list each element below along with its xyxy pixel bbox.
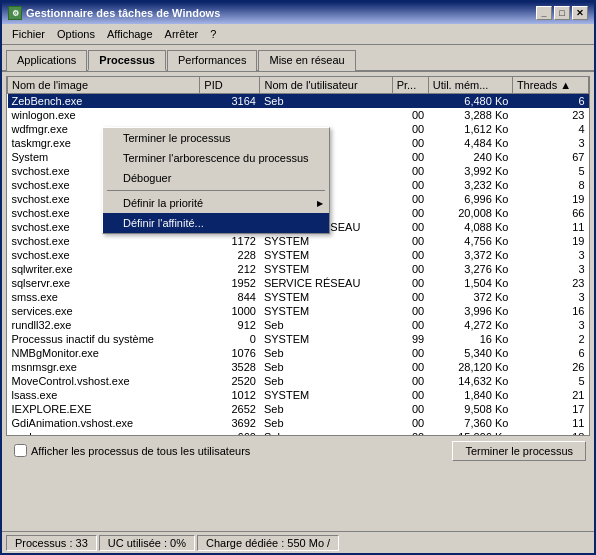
- title-bar: ⚙ Gestionnaire des tâches de Windows _ □…: [2, 2, 594, 24]
- table-row[interactable]: msnmsgr.exe3528Seb0028,120 Ko26: [8, 360, 589, 374]
- window-title: Gestionnaire des tâches de Windows: [26, 7, 220, 19]
- table-row[interactable]: sqlservr.exe1952SERVICE RÉSEAU001,504 Ko…: [8, 276, 589, 290]
- menu-fichier[interactable]: Fichier: [6, 26, 51, 42]
- show-all-users-checkbox[interactable]: [14, 444, 27, 457]
- maximize-button[interactable]: □: [554, 6, 570, 20]
- bottom-area: Afficher les processus de tous les utili…: [6, 436, 590, 465]
- table-row[interactable]: svchost.exe228SYSTEM003,372 Ko3: [8, 248, 589, 262]
- table-row[interactable]: ZebBench.exe3164Seb6,480 Ko6: [8, 94, 589, 109]
- status-memory: Charge dédiée : 550 Mo /: [197, 535, 339, 551]
- status-bar: Processus : 33 UC utilisée : 0% Charge d…: [2, 531, 594, 553]
- table-row[interactable]: MoveControl.vshost.exe2520Seb0014,632 Ko…: [8, 374, 589, 388]
- col-header-mem[interactable]: Util. mém...: [428, 77, 512, 94]
- menu-bar: Fichier Options Affichage Arrêter ?: [2, 24, 594, 45]
- table-row[interactable]: IEXPLORE.EXE2652Seb009,508 Ko17: [8, 402, 589, 416]
- table-row[interactable]: winlogon.exe003,288 Ko23: [8, 108, 589, 122]
- table-row[interactable]: GdiAnimation.vshost.exe3692Seb007,360 Ko…: [8, 416, 589, 430]
- menu-options[interactable]: Options: [51, 26, 101, 42]
- ctx-debug[interactable]: Déboguer: [103, 168, 329, 188]
- checkbox-area: Afficher les processus de tous les utili…: [10, 440, 254, 461]
- tab-processus[interactable]: Processus: [88, 50, 166, 71]
- minimize-button[interactable]: _: [536, 6, 552, 20]
- window: ⚙ Gestionnaire des tâches de Windows _ □…: [0, 0, 596, 555]
- ctx-set-priority[interactable]: Définir la priorité: [103, 193, 329, 213]
- ctx-set-affinity[interactable]: Définir l'affinité...: [103, 213, 329, 233]
- ctx-separator: [107, 190, 325, 191]
- table-row[interactable]: NMBgMonitor.exe1076Seb005,340 Ko6: [8, 346, 589, 360]
- col-header-user[interactable]: Nom de l'utilisateur: [260, 77, 392, 94]
- title-bar-controls: _ □ ✕: [536, 6, 588, 20]
- table-row[interactable]: smss.exe844SYSTEM00372 Ko3: [8, 290, 589, 304]
- table-row[interactable]: sqlwriter.exe212SYSTEM003,276 Ko3: [8, 262, 589, 276]
- tab-applications[interactable]: Applications: [6, 50, 87, 71]
- app-icon: ⚙: [8, 6, 22, 20]
- menu-affichage[interactable]: Affichage: [101, 26, 159, 42]
- terminate-process-button[interactable]: Terminer le processus: [452, 441, 586, 461]
- table-row[interactable]: rundll32.exe912Seb004,272 Ko3: [8, 318, 589, 332]
- menu-arreter[interactable]: Arrêter: [159, 26, 205, 42]
- context-menu: Terminer le processus Terminer l'arbores…: [102, 127, 330, 234]
- tabs-container: Applications Processus Performances Mise…: [2, 45, 594, 72]
- table-row[interactable]: svchost.exe1172SYSTEM004,756 Ko19: [8, 234, 589, 248]
- status-processes: Processus : 33: [6, 535, 97, 551]
- close-button[interactable]: ✕: [572, 6, 588, 20]
- menu-help[interactable]: ?: [204, 26, 222, 42]
- tab-performances[interactable]: Performances: [167, 50, 257, 71]
- ctx-terminate-process[interactable]: Terminer le processus: [103, 128, 329, 148]
- col-header-cpu[interactable]: Pr...: [392, 77, 428, 94]
- col-header-pid[interactable]: PID: [200, 77, 260, 94]
- table-row[interactable]: Processus inactif du système0SYSTEM9916 …: [8, 332, 589, 346]
- status-cpu: UC utilisée : 0%: [99, 535, 195, 551]
- tab-mise-en-reseau[interactable]: Mise en réseau: [258, 50, 355, 71]
- show-all-users-label[interactable]: Afficher les processus de tous les utili…: [31, 445, 250, 457]
- table-row[interactable]: lsass.exe1012SYSTEM001,840 Ko21: [8, 388, 589, 402]
- table-row[interactable]: explorer.exe660Seb0015,096 Ko18: [8, 430, 589, 436]
- ctx-terminate-tree[interactable]: Terminer l'arborescence du processus: [103, 148, 329, 168]
- col-header-name[interactable]: Nom de l'image: [8, 77, 200, 94]
- col-header-threads[interactable]: Threads ▲: [512, 77, 588, 94]
- table-row[interactable]: services.exe1000SYSTEM003,996 Ko16: [8, 304, 589, 318]
- content-area: Nom de l'image PID Nom de l'utilisateur …: [2, 72, 594, 531]
